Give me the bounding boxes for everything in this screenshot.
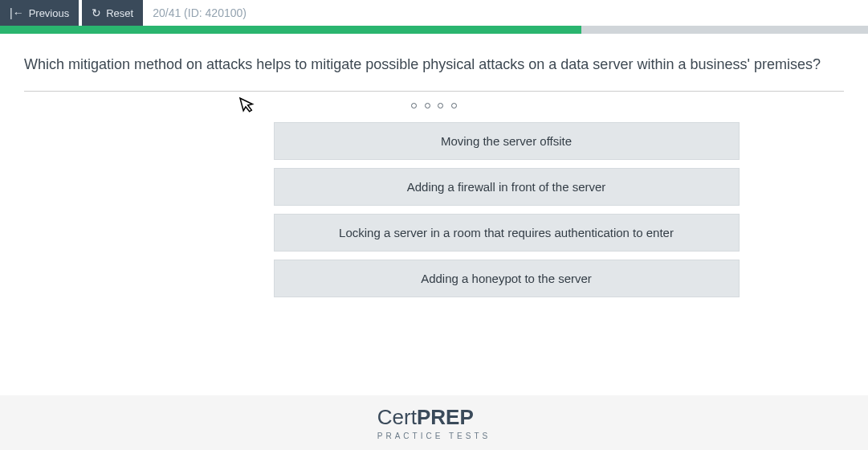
answer-label: Locking a server in a room that requires… [339,226,674,239]
answer-option[interactable]: Adding a honeypot to the server [274,260,740,297]
answer-option[interactable]: Locking a server in a room that requires… [274,214,740,252]
brand-subtitle: PRACTICE TESTS [377,432,491,440]
main-content: Which mitigation method on attacks helps… [0,34,868,395]
reset-button[interactable]: ↻ Reset [82,0,143,26]
answer-label: Adding a firewall in front of the server [407,180,606,194]
answer-list: Moving the server offsite Adding a firew… [24,122,844,297]
progress-fill [0,26,581,34]
previous-button[interactable]: |← Previous [0,0,79,26]
dot-icon [451,103,457,108]
refresh-icon: ↻ [92,7,101,18]
answer-label: Moving the server offsite [441,134,572,148]
top-toolbar: |← Previous ↻ Reset 20/41 (ID: 420100) [0,0,868,26]
answer-option[interactable]: Moving the server offsite [274,122,740,160]
divider [24,91,844,92]
pagination-dots [24,98,844,111]
answer-option[interactable]: Adding a firewall in front of the server [274,168,740,206]
answer-label: Adding a honeypot to the server [421,272,592,285]
question-text: Which mitigation method on attacks helps… [24,50,844,84]
brand-logo: CertPREP PRACTICE TESTS [377,405,491,440]
dot-icon [425,103,430,108]
brand-part2: PREP [417,405,474,429]
brand-name: CertPREP [377,405,491,430]
dot-icon [438,103,443,108]
progress-bar [0,26,868,34]
dot-icon [411,103,417,108]
question-counter: 20/41 (ID: 420100) [153,6,247,19]
arrow-left-bar-icon: |← [10,7,24,18]
reset-button-label: Reset [106,7,133,19]
previous-button-label: Previous [29,7,70,19]
brand-part1: Cert [377,405,417,429]
